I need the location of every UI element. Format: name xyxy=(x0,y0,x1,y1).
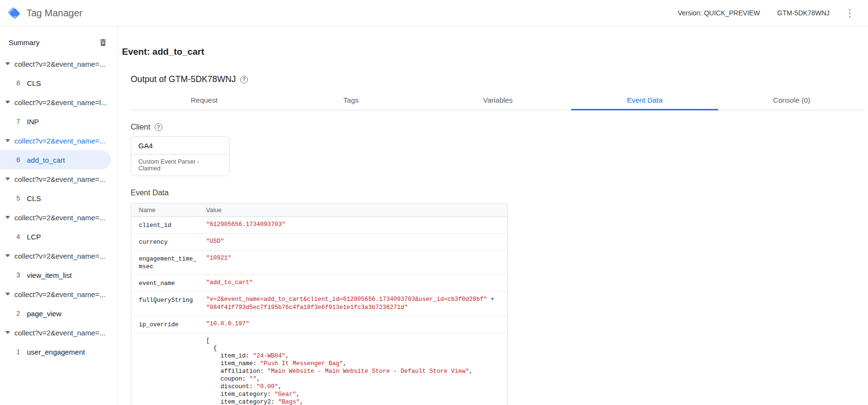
sidebar-event-item[interactable]: 5CLS xyxy=(0,189,111,208)
value-line: discount: "0.00", xyxy=(206,383,500,391)
plain-token: , xyxy=(300,399,304,405)
event-name: CLS xyxy=(27,194,41,202)
sidebar-event-item[interactable]: 3view_item_list xyxy=(0,265,111,285)
event-number: 7 xyxy=(16,118,27,125)
param-name: items xyxy=(131,333,198,405)
param-name-text: client_id xyxy=(139,222,171,229)
sidebar-group-label: collect?v=2&event_name=... xyxy=(14,60,105,68)
sidebar-event-item[interactable]: 1user_engagement xyxy=(0,342,111,361)
sidebar-group-label: collect?v=2&event_name=... xyxy=(14,290,105,298)
collapse-triangle-icon[interactable] xyxy=(5,101,10,104)
value-line: "v=2&event_name=add_to_cart&client_id=61… xyxy=(206,296,500,304)
top-bar: Tag Manager Version: QUICK_PREVIEW GTM-5… xyxy=(0,0,868,26)
collapse-triangle-icon[interactable] xyxy=(5,216,10,219)
param-value: "10.0.0.197" xyxy=(198,316,507,333)
param-name: fullQueryString xyxy=(131,292,198,316)
tab-bar: RequestTagsVariablesEvent DataConsole (0… xyxy=(131,89,865,110)
event-name: add_to_cart xyxy=(27,156,65,164)
plain-token: affiliation: xyxy=(206,368,268,375)
plain-token: discount: xyxy=(206,383,257,390)
output-heading-row: Output of GTM-5DK78WNJ ? xyxy=(131,74,865,84)
sidebar-group-row[interactable]: collect?v=2&event_name=... xyxy=(0,54,118,73)
help-icon[interactable]: ? xyxy=(155,123,162,131)
string-token: "" xyxy=(249,376,257,382)
plain-token: coupon: xyxy=(206,376,249,382)
version-label: Version: QUICK_PREVIEW xyxy=(678,9,760,17)
event-data-table: Name Value client_id"612905656.173409370… xyxy=(131,203,508,405)
param-name-text: engagement_time_msec xyxy=(139,256,196,270)
string-token: "0.00" xyxy=(257,383,278,390)
tab-console-0[interactable]: Console (0) xyxy=(718,89,865,110)
column-header-name: Name xyxy=(131,203,198,216)
column-header-value: Value xyxy=(198,203,229,216)
string-token: "v=2&event_name=add_to_cart&client_id=61… xyxy=(206,296,487,303)
param-name-text: event_name xyxy=(139,280,175,287)
collapse-triangle-icon[interactable] xyxy=(5,331,10,334)
value-line: item_category: "Gear", xyxy=(206,391,500,398)
value-line: item_id: "24-WB04", xyxy=(206,352,500,360)
sidebar-group-label: collect?v=2&event_name=... xyxy=(14,175,105,183)
param-name: event_name xyxy=(131,275,198,291)
string-token: "add_to_cart" xyxy=(206,279,253,286)
sidebar-event-item[interactable]: 4LCP xyxy=(0,227,111,246)
trash-icon xyxy=(98,38,108,47)
more-options-icon[interactable]: ⋮ xyxy=(842,7,857,19)
collapse-triangle-icon[interactable] xyxy=(5,139,10,142)
event-data-row: engagement_time_msec"10921" xyxy=(131,250,507,275)
string-token: "Main Website - Main Website Store - Def… xyxy=(268,368,469,375)
event-name: INP xyxy=(27,118,39,126)
collapse-triangle-icon[interactable] xyxy=(5,62,10,65)
sidebar-event-item[interactable]: 2page_view xyxy=(0,304,111,323)
main-panel: Event: add_to_cart Output of GTM-5DK78WN… xyxy=(118,26,868,405)
sidebar-event-item[interactable]: 7INP xyxy=(0,112,111,131)
sidebar-group-label: collect?v=2&event_name=l... xyxy=(14,98,107,107)
event-name: page_view xyxy=(27,310,61,318)
string-token: "Push It Messenger Bag" xyxy=(260,360,343,367)
param-name-text: currency xyxy=(139,239,168,246)
client-card[interactable]: GA4 Custom Event Parser - Claimed xyxy=(131,136,230,176)
param-value: "USD" xyxy=(198,234,507,250)
param-value: "add_to_cart" xyxy=(198,275,507,291)
clear-events-button[interactable] xyxy=(98,37,108,48)
sidebar-group-row[interactable]: collect?v=2&event_name=l... xyxy=(0,93,118,112)
plain-token: item_category2: xyxy=(206,399,278,405)
help-icon[interactable]: ? xyxy=(240,76,248,83)
plain-token: , xyxy=(296,391,300,398)
sidebar-group-row[interactable]: collect?v=2&event_name=... xyxy=(0,246,118,265)
collapse-triangle-icon[interactable] xyxy=(5,254,10,257)
tab-variables[interactable]: Variables xyxy=(425,89,572,110)
tab-event-data[interactable]: Event Data xyxy=(571,89,718,110)
sidebar-group-row[interactable]: collect?v=2&event_name=... xyxy=(0,208,118,227)
event-number: 3 xyxy=(16,271,27,279)
client-description: Custom Event Parser - Claimed xyxy=(131,155,229,176)
value-line: affiliation: "Main Website - Main Websit… xyxy=(206,368,500,375)
summary-row[interactable]: Summary xyxy=(0,34,118,52)
collapse-triangle-icon[interactable] xyxy=(5,178,10,180)
sidebar-event-item[interactable]: 6add_to_cart xyxy=(0,150,111,169)
tab-tags[interactable]: Tags xyxy=(278,89,425,110)
sidebar-event-item[interactable]: 8CLS xyxy=(0,73,111,93)
sidebar-group-row[interactable]: collect?v=2&event_name=... xyxy=(0,285,118,304)
param-name-text: ip_override xyxy=(139,322,179,328)
collapse-triangle-icon[interactable] xyxy=(5,293,10,296)
event-number: 6 xyxy=(16,156,27,164)
sidebar-group-row[interactable]: collect?v=2&event_name=... xyxy=(0,131,118,150)
sidebar-group-row[interactable]: collect?v=2&event_name=... xyxy=(0,169,118,189)
plain-token: item_name: xyxy=(206,360,260,367)
event-number: 4 xyxy=(16,233,27,240)
event-data-row: items[ { item_id: "24-WB04", item_name: … xyxy=(131,333,507,405)
param-value: [ { item_id: "24-WB04", item_name: "Push… xyxy=(198,333,507,405)
tab-request[interactable]: Request xyxy=(131,89,278,110)
page-title: Event: add_to_cart xyxy=(122,47,868,57)
event-data-row: event_name"add_to_cart" xyxy=(131,275,507,292)
sidebar-group-row[interactable]: collect?v=2&event_name=... xyxy=(0,323,118,342)
param-value: "10921" xyxy=(198,250,507,274)
param-name: ip_override xyxy=(131,316,198,333)
plain-token: item_category: xyxy=(206,391,275,398)
event-data-row: ip_override"10.0.0.197" xyxy=(131,316,507,333)
plain-token: , xyxy=(343,360,347,367)
value-line: "084f41f793d5ec7f195b76c4fa18f3e6f913e1e… xyxy=(206,304,500,312)
sidebar-group-label: collect?v=2&event_name=... xyxy=(14,214,105,222)
string-token: "Bags" xyxy=(278,399,300,405)
param-name-text: fullQueryString xyxy=(139,297,193,304)
